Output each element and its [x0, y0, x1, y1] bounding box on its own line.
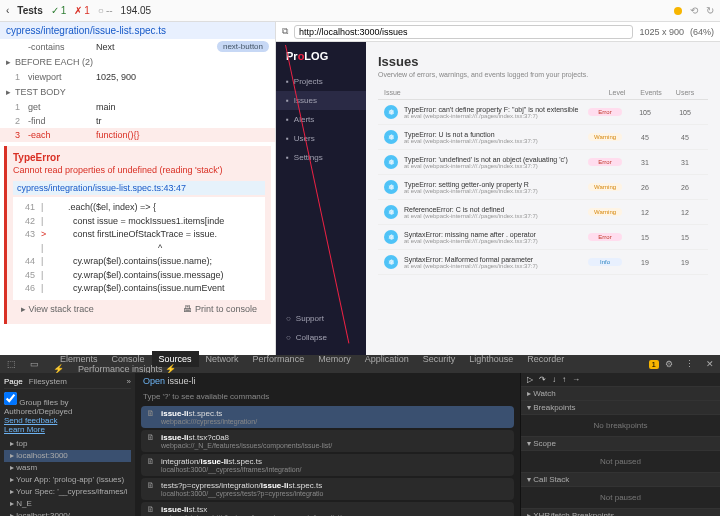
command-log: cypress/integration/issue-list.spec.ts -… [0, 22, 276, 355]
scope-section[interactable]: ▾ Scope [521, 437, 720, 451]
inspect-icon[interactable]: ⬚ [0, 356, 23, 372]
tree-item[interactable]: ▸ localhost:3000 [4, 450, 131, 462]
step-icon[interactable]: → [572, 375, 580, 384]
gear-icon[interactable]: ⚙ [659, 359, 679, 369]
devtools-tab[interactable]: Memory [311, 351, 358, 367]
fail-count: ✗ 1 [74, 5, 90, 16]
cypress-toolbar: ‹ Tests ✓ 1 ✗ 1 ○ -- 194.05 ⟲ ↻ [0, 0, 720, 22]
print-to-console[interactable]: 🖶 Print to console [183, 304, 257, 314]
cmd-get[interactable]: 1getmain [0, 100, 275, 114]
cmd-contains[interactable]: -containsNext next-button [0, 39, 275, 54]
tree-item[interactable]: ▸ N_E [4, 498, 131, 510]
devtools-tab[interactable]: Lighthouse [462, 351, 520, 367]
nav-users[interactable]: ▪Users [276, 129, 366, 148]
tab-filesystem[interactable]: Filesystem [29, 377, 67, 386]
file-result[interactable]: 🗎issue-list.spec.tswebpack:///cypress/in… [141, 406, 514, 428]
test-body-header[interactable]: ▸ TEST BODY [0, 84, 275, 100]
alerts-icon: ▪ [286, 115, 289, 124]
level-badge: Warning [588, 133, 622, 141]
nav-support[interactable]: ○Support [276, 309, 366, 328]
resume-icon[interactable]: ▷ [527, 375, 533, 384]
issue-row[interactable]: ❅ SyntaxError: missing name after . oper… [378, 225, 708, 250]
file-icon: 🗎 [147, 505, 155, 516]
step-in-icon[interactable]: ↓ [552, 375, 556, 384]
tests-label: Tests [17, 5, 42, 16]
cmd-each-failed[interactable]: 3-eachfunction(){} [0, 128, 275, 142]
time: 194.05 [121, 5, 152, 16]
issue-row[interactable]: ❅ SyntaxError: Malformed formal paramete… [378, 250, 708, 275]
tree-item[interactable]: ▸ localhost:3000/ [4, 510, 131, 516]
device-icon[interactable]: ▭ [23, 356, 46, 372]
devtools-tab[interactable]: Performance [246, 351, 312, 367]
pending-count: ○ -- [98, 5, 113, 16]
error-title: TypeError [13, 152, 265, 163]
tab-page[interactable]: Page [4, 377, 23, 386]
step-back-icon[interactable]: ⟲ [690, 5, 698, 16]
cmd-find[interactable]: 2-findtr [0, 114, 275, 128]
breakpoints-section[interactable]: ▾ Breakpoints [521, 401, 720, 415]
nav-settings[interactable]: ▪Settings [276, 148, 366, 167]
toggle-icon[interactable]: ‹ [6, 5, 9, 16]
view-stack-trace[interactable]: ▸ View stack trace [21, 304, 94, 314]
more-icon[interactable]: ⋮ [679, 359, 700, 369]
learn-more[interactable]: Learn More [4, 425, 45, 434]
warn-count[interactable]: 1 [649, 360, 659, 369]
file-result[interactable]: 🗎integration/issue-list.spec.tslocalhost… [141, 454, 514, 476]
nav-issues[interactable]: ▪Issues [276, 91, 366, 110]
reload-icon[interactable]: ↻ [706, 5, 714, 16]
users-icon: ▪ [286, 134, 289, 143]
issue-row[interactable]: ❅ TypeError: 'undefined' is not an objec… [378, 150, 708, 175]
nav-projects[interactable]: ▪Projects [276, 72, 366, 91]
cmd-viewport[interactable]: 1viewport1025, 900 [0, 70, 275, 84]
url-input[interactable] [294, 25, 633, 39]
tree-item[interactable]: ▸ Your Spec: '__cypress/iframes/i [4, 486, 131, 498]
error-code: 41| .each(($el, index) => {42| const iss… [13, 197, 265, 300]
tree-item[interactable]: ▸ top [4, 438, 131, 450]
nav-collapse[interactable]: ○Collapse [276, 328, 366, 347]
nav-alerts[interactable]: ▪Alerts [276, 110, 366, 129]
app-sidebar: ProLOG ▪Projects▪Issues▪Alerts▪Users▪Set… [276, 42, 366, 355]
col-users: Users [668, 89, 702, 96]
file-icon: 🗎 [147, 409, 155, 425]
viewport-size: 1025 x 900 [639, 27, 684, 37]
devtools-tab[interactable]: Application [358, 351, 416, 367]
issue-icon: ❅ [384, 255, 398, 269]
tree-item[interactable]: ▸ wasm [4, 462, 131, 474]
before-each-header[interactable]: ▸ BEFORE EACH (2) [0, 54, 275, 70]
xhr-bp-section[interactable]: ▸ XHR/fetch Breakpoints [521, 509, 720, 516]
callstack-section[interactable]: ▾ Call Stack [521, 473, 720, 487]
spec-path[interactable]: cypress/integration/issue-list.spec.ts [0, 22, 275, 39]
level-badge: Error [588, 108, 622, 116]
tree-item[interactable]: ▸ Your App: 'prolog-app' (issues) [4, 474, 131, 486]
devtools-tab[interactable]: Security [416, 351, 463, 367]
issue-icon: ❅ [384, 105, 398, 119]
app-under-test: ProLOG ▪Projects▪Issues▪Alerts▪Users▪Set… [276, 42, 720, 355]
logo: ProLOG [276, 50, 366, 72]
col-events: Events [634, 89, 668, 96]
issue-icon: ❅ [384, 155, 398, 169]
file-result[interactable]: 🗎issue-list.tsx?c0a8webpack://_N_E/featu… [141, 430, 514, 452]
issue-icon: ❅ [384, 230, 398, 244]
send-feedback[interactable]: Send feedback [4, 416, 57, 425]
open-hint: Type '?' to see available commands [135, 389, 520, 404]
devtools-tab[interactable]: Network [199, 351, 246, 367]
issue-row[interactable]: ❅ ReferenceError: C is not definedat eva… [378, 200, 708, 225]
file-icon: 🗎 [147, 457, 155, 473]
ext-link-icon[interactable]: ⧉ [282, 26, 288, 37]
issue-row[interactable]: ❅ TypeError: U is not a functionat eval … [378, 125, 708, 150]
issue-row[interactable]: ❅ TypeError: can't define property F: "o… [378, 100, 708, 125]
file-result[interactable]: 🗎issue-list.tsxwebpack-internal:///./fea… [141, 502, 514, 516]
open-file-bar[interactable]: Open issue-li [135, 373, 520, 389]
watch-section[interactable]: ▸ Watch [521, 387, 720, 401]
error-file[interactable]: cypress/integration/issue-list.spec.ts:4… [13, 181, 265, 195]
level-badge: Warning [588, 208, 622, 216]
issues-icon: ▪ [286, 96, 289, 105]
step-out-icon[interactable]: ↑ [562, 375, 566, 384]
collapse-icon: ○ [286, 333, 291, 342]
issue-row[interactable]: ❅ TypeError: setting getter-only propert… [378, 175, 708, 200]
step-over-icon[interactable]: ↷ [539, 375, 546, 384]
col-level: Level [600, 89, 634, 96]
file-result[interactable]: 🗎tests?p=cypress/integration/issue-list.… [141, 478, 514, 500]
group-checkbox[interactable] [4, 392, 17, 405]
close-icon[interactable]: ✕ [700, 359, 720, 369]
